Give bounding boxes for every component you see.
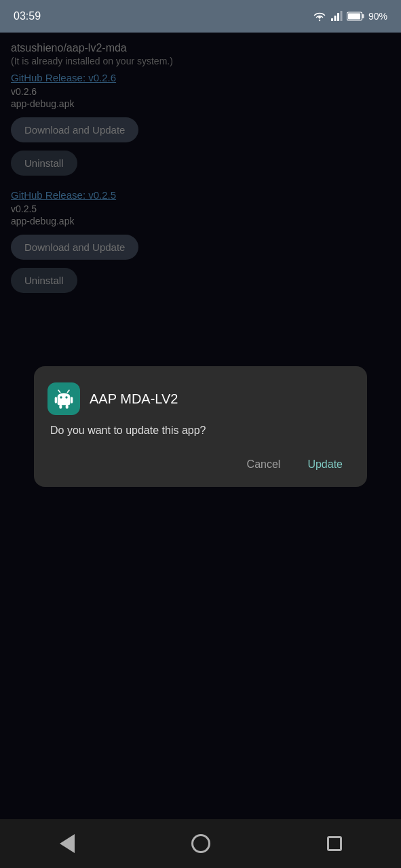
dialog-title: AAP MDA-LV2 [90,391,178,407]
battery-icon [347,12,364,21]
svg-rect-6 [362,14,364,18]
svg-point-11 [65,396,67,398]
svg-rect-12 [55,397,57,403]
back-button[interactable] [47,830,88,857]
battery-percentage: 90% [368,11,387,22]
svg-line-9 [67,390,69,392]
dialog-buttons: Cancel Update [47,453,354,476]
home-button[interactable] [180,830,221,857]
dialog-header: AAP MDA-LV2 [47,382,354,415]
app-icon [47,382,80,415]
dialog-message: Do you want to update this app? [47,425,354,437]
svg-rect-3 [337,13,339,21]
signal-icon [330,11,343,22]
status-icons: 90% [313,11,387,22]
svg-rect-7 [348,14,360,20]
status-bar: 03:59 [0,0,401,33]
cancel-button[interactable]: Cancel [236,453,292,476]
svg-rect-13 [71,397,73,403]
update-button[interactable]: Update [297,453,354,476]
svg-rect-2 [334,16,336,21]
navigation-bar [0,819,401,868]
svg-line-8 [58,390,60,392]
recents-icon [327,836,342,851]
status-time: 03:59 [14,10,41,22]
back-icon [60,834,75,853]
svg-rect-4 [340,11,342,21]
update-dialog: AAP MDA-LV2 Do you want to update this a… [34,366,367,487]
svg-rect-15 [66,405,69,409]
recents-button[interactable] [314,830,355,857]
svg-rect-1 [331,18,333,21]
svg-rect-14 [59,405,62,409]
wifi-icon [313,11,326,22]
svg-point-10 [60,396,62,398]
svg-point-0 [319,20,320,21]
home-icon [191,834,210,853]
